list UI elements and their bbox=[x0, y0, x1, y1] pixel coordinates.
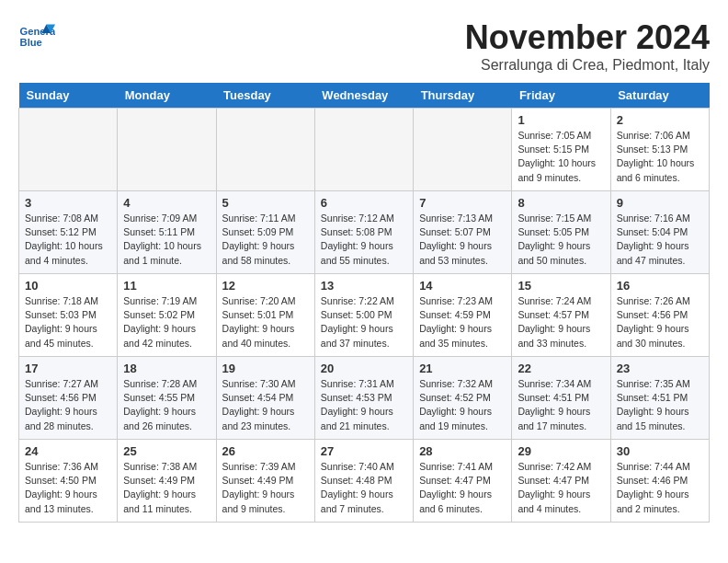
day-info: Sunrise: 7:38 AM Sunset: 4:49 PM Dayligh… bbox=[123, 460, 210, 516]
day-info: Sunrise: 7:36 AM Sunset: 4:50 PM Dayligh… bbox=[25, 460, 111, 516]
calendar-week-row: 1Sunrise: 7:05 AM Sunset: 5:15 PM Daylig… bbox=[19, 109, 710, 191]
day-info: Sunrise: 7:18 AM Sunset: 5:03 PM Dayligh… bbox=[25, 294, 111, 350]
table-row: 18Sunrise: 7:28 AM Sunset: 4:55 PM Dayli… bbox=[118, 357, 216, 440]
day-number: 1 bbox=[518, 113, 604, 127]
table-row: 13Sunrise: 7:22 AM Sunset: 5:00 PM Dayli… bbox=[314, 274, 413, 357]
table-row: 19Sunrise: 7:30 AM Sunset: 4:54 PM Dayli… bbox=[216, 357, 314, 440]
day-info: Sunrise: 7:39 AM Sunset: 4:49 PM Dayligh… bbox=[222, 460, 309, 516]
day-info: Sunrise: 7:23 AM Sunset: 4:59 PM Dayligh… bbox=[419, 294, 506, 350]
table-row: 23Sunrise: 7:35 AM Sunset: 4:51 PM Dayli… bbox=[610, 357, 709, 440]
table-row: 17Sunrise: 7:27 AM Sunset: 4:56 PM Dayli… bbox=[19, 357, 118, 440]
day-number: 7 bbox=[419, 196, 506, 210]
table-row: 29Sunrise: 7:42 AM Sunset: 4:47 PM Dayli… bbox=[512, 440, 610, 523]
table-row: 22Sunrise: 7:34 AM Sunset: 4:51 PM Dayli… bbox=[512, 357, 610, 440]
day-number: 18 bbox=[123, 362, 210, 375]
day-info: Sunrise: 7:27 AM Sunset: 4:56 PM Dayligh… bbox=[25, 377, 111, 433]
table-row: 12Sunrise: 7:20 AM Sunset: 5:01 PM Dayli… bbox=[216, 274, 314, 357]
day-number: 20 bbox=[321, 362, 407, 375]
day-number: 25 bbox=[123, 444, 210, 458]
table-row: 21Sunrise: 7:32 AM Sunset: 4:52 PM Dayli… bbox=[414, 357, 512, 440]
day-info: Sunrise: 7:11 AM Sunset: 5:09 PM Dayligh… bbox=[222, 212, 309, 268]
day-info: Sunrise: 7:42 AM Sunset: 4:47 PM Dayligh… bbox=[518, 460, 604, 516]
table-row: 27Sunrise: 7:40 AM Sunset: 4:48 PM Dayli… bbox=[314, 440, 413, 523]
table-row: 15Sunrise: 7:24 AM Sunset: 4:57 PM Dayli… bbox=[512, 274, 610, 357]
page-header: General Blue November 2024 Serralunga di… bbox=[18, 18, 710, 74]
day-info: Sunrise: 7:09 AM Sunset: 5:11 PM Dayligh… bbox=[123, 212, 210, 268]
day-info: Sunrise: 7:26 AM Sunset: 4:56 PM Dayligh… bbox=[617, 294, 703, 350]
table-row bbox=[414, 109, 512, 191]
day-info: Sunrise: 7:35 AM Sunset: 4:51 PM Dayligh… bbox=[617, 377, 703, 433]
table-row: 8Sunrise: 7:15 AM Sunset: 5:05 PM Daylig… bbox=[512, 191, 610, 274]
day-number: 26 bbox=[222, 444, 309, 458]
day-number: 21 bbox=[419, 362, 506, 375]
day-info: Sunrise: 7:12 AM Sunset: 5:08 PM Dayligh… bbox=[321, 212, 407, 268]
logo: General Blue bbox=[18, 18, 59, 55]
day-number: 22 bbox=[518, 362, 604, 375]
day-number: 13 bbox=[321, 279, 407, 293]
day-number: 4 bbox=[123, 196, 210, 210]
day-info: Sunrise: 7:28 AM Sunset: 4:55 PM Dayligh… bbox=[123, 377, 210, 433]
day-info: Sunrise: 7:31 AM Sunset: 4:53 PM Dayligh… bbox=[321, 377, 407, 433]
day-number: 6 bbox=[321, 196, 407, 210]
day-info: Sunrise: 7:20 AM Sunset: 5:01 PM Dayligh… bbox=[222, 294, 309, 350]
table-row bbox=[19, 109, 118, 191]
table-row: 7Sunrise: 7:13 AM Sunset: 5:07 PM Daylig… bbox=[414, 191, 512, 274]
table-row: 9Sunrise: 7:16 AM Sunset: 5:04 PM Daylig… bbox=[610, 191, 709, 274]
svg-text:Blue: Blue bbox=[20, 37, 42, 48]
day-number: 24 bbox=[25, 444, 111, 458]
location-title: Serralunga di Crea, Piedmont, Italy bbox=[465, 57, 710, 74]
col-thursday: Thursday bbox=[414, 83, 512, 109]
table-row bbox=[118, 109, 216, 191]
day-info: Sunrise: 7:44 AM Sunset: 4:46 PM Dayligh… bbox=[617, 460, 703, 516]
table-row: 24Sunrise: 7:36 AM Sunset: 4:50 PM Dayli… bbox=[19, 440, 118, 523]
calendar-table: Sunday Monday Tuesday Wednesday Thursday… bbox=[18, 83, 710, 523]
table-row: 16Sunrise: 7:26 AM Sunset: 4:56 PM Dayli… bbox=[610, 274, 709, 357]
col-wednesday: Wednesday bbox=[314, 83, 413, 109]
day-info: Sunrise: 7:22 AM Sunset: 5:00 PM Dayligh… bbox=[321, 294, 407, 350]
table-row bbox=[314, 109, 413, 191]
day-number: 3 bbox=[25, 196, 111, 210]
day-number: 17 bbox=[25, 362, 111, 375]
table-row: 10Sunrise: 7:18 AM Sunset: 5:03 PM Dayli… bbox=[19, 274, 118, 357]
calendar-week-row: 24Sunrise: 7:36 AM Sunset: 4:50 PM Dayli… bbox=[19, 440, 710, 523]
day-number: 28 bbox=[419, 444, 506, 458]
day-number: 15 bbox=[518, 279, 604, 293]
table-row: 1Sunrise: 7:05 AM Sunset: 5:15 PM Daylig… bbox=[512, 109, 610, 191]
col-monday: Monday bbox=[118, 83, 216, 109]
day-info: Sunrise: 7:08 AM Sunset: 5:12 PM Dayligh… bbox=[25, 212, 111, 268]
day-number: 23 bbox=[617, 362, 703, 375]
table-row: 26Sunrise: 7:39 AM Sunset: 4:49 PM Dayli… bbox=[216, 440, 314, 523]
title-block: November 2024 Serralunga di Crea, Piedmo… bbox=[465, 18, 710, 74]
day-info: Sunrise: 7:32 AM Sunset: 4:52 PM Dayligh… bbox=[419, 377, 506, 433]
table-row: 2Sunrise: 7:06 AM Sunset: 5:13 PM Daylig… bbox=[610, 109, 709, 191]
day-info: Sunrise: 7:05 AM Sunset: 5:15 PM Dayligh… bbox=[518, 129, 604, 185]
day-number: 2 bbox=[617, 113, 703, 127]
day-info: Sunrise: 7:41 AM Sunset: 4:47 PM Dayligh… bbox=[419, 460, 506, 516]
day-number: 14 bbox=[419, 279, 506, 293]
day-number: 5 bbox=[222, 196, 309, 210]
day-info: Sunrise: 7:19 AM Sunset: 5:02 PM Dayligh… bbox=[123, 294, 210, 350]
day-info: Sunrise: 7:15 AM Sunset: 5:05 PM Dayligh… bbox=[518, 212, 604, 268]
col-saturday: Saturday bbox=[610, 83, 709, 109]
table-row: 28Sunrise: 7:41 AM Sunset: 4:47 PM Dayli… bbox=[414, 440, 512, 523]
calendar-week-row: 17Sunrise: 7:27 AM Sunset: 4:56 PM Dayli… bbox=[19, 357, 710, 440]
day-number: 11 bbox=[123, 279, 210, 293]
day-info: Sunrise: 7:13 AM Sunset: 5:07 PM Dayligh… bbox=[419, 212, 506, 268]
logo-icon: General Blue bbox=[18, 18, 55, 55]
day-number: 27 bbox=[321, 444, 407, 458]
day-number: 8 bbox=[518, 196, 604, 210]
table-row: 3Sunrise: 7:08 AM Sunset: 5:12 PM Daylig… bbox=[19, 191, 118, 274]
day-info: Sunrise: 7:40 AM Sunset: 4:48 PM Dayligh… bbox=[321, 460, 407, 516]
col-sunday: Sunday bbox=[19, 83, 118, 109]
table-row: 5Sunrise: 7:11 AM Sunset: 5:09 PM Daylig… bbox=[216, 191, 314, 274]
table-row: 25Sunrise: 7:38 AM Sunset: 4:49 PM Dayli… bbox=[118, 440, 216, 523]
calendar-week-row: 10Sunrise: 7:18 AM Sunset: 5:03 PM Dayli… bbox=[19, 274, 710, 357]
day-number: 19 bbox=[222, 362, 309, 375]
calendar-header-row: Sunday Monday Tuesday Wednesday Thursday… bbox=[19, 83, 710, 109]
table-row: 30Sunrise: 7:44 AM Sunset: 4:46 PM Dayli… bbox=[610, 440, 709, 523]
day-number: 16 bbox=[617, 279, 703, 293]
day-info: Sunrise: 7:24 AM Sunset: 4:57 PM Dayligh… bbox=[518, 294, 604, 350]
calendar-week-row: 3Sunrise: 7:08 AM Sunset: 5:12 PM Daylig… bbox=[19, 191, 710, 274]
table-row: 11Sunrise: 7:19 AM Sunset: 5:02 PM Dayli… bbox=[118, 274, 216, 357]
day-info: Sunrise: 7:34 AM Sunset: 4:51 PM Dayligh… bbox=[518, 377, 604, 433]
